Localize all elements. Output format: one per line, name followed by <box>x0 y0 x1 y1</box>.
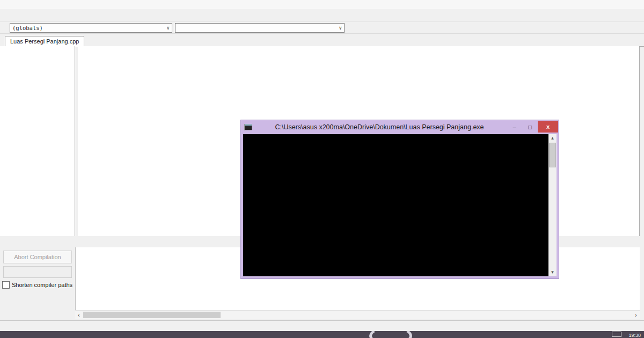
main-toolbar <box>0 8 644 22</box>
console-window[interactable]: C:\Users\asus x200ma\OneDrive\Dokumen\Lu… <box>240 120 559 279</box>
console-title: C:\Users\asus x200ma\OneDrive\Dokumen\Lu… <box>252 123 507 131</box>
editor-tabs: Luas Persegi Panjang.cpp <box>5 35 85 46</box>
member-select[interactable]: ∨ <box>175 23 345 33</box>
class-browser-select[interactable]: (globals) ∨ <box>10 23 172 33</box>
taskbar-decoration <box>369 331 412 338</box>
shorten-paths-label: Shorten compiler paths <box>12 282 72 288</box>
clock[interactable]: 19:30 <box>628 333 641 338</box>
console-titlebar[interactable]: C:\Users\asus x200ma\OneDrive\Dokumen\Lu… <box>241 120 559 134</box>
compile-controls: Abort Compilation Shorten compiler paths <box>0 247 75 320</box>
abort-compilation-button[interactable]: Abort Compilation <box>3 251 72 263</box>
status-bar <box>0 320 644 332</box>
class-browser-value: (globals) <box>12 25 165 31</box>
scroll-right-icon[interactable]: › <box>632 311 640 319</box>
windows-taskbar: 19:30 <box>0 331 644 338</box>
scrollbar-thumb[interactable] <box>83 312 221 318</box>
project-toolbar: (globals) ∨ ∨ <box>0 22 644 34</box>
scrollbar-thumb[interactable] <box>549 143 556 167</box>
shorten-paths-checkbox[interactable] <box>2 281 10 289</box>
compile-progress-bar <box>3 266 72 278</box>
devcpp-window: (globals) ∨ ∨ Luas Persegi Panjang.cpp A… <box>0 0 644 338</box>
maximize-button[interactable]: □ <box>522 122 538 133</box>
scroll-down-icon[interactable]: ▼ <box>548 268 557 276</box>
minimize-button[interactable]: – <box>507 122 522 133</box>
project-panel[interactable] <box>0 46 75 236</box>
tabs-row: Luas Persegi Panjang.cpp <box>0 34 644 47</box>
scroll-up-icon[interactable]: ▲ <box>548 134 557 142</box>
chevron-down-icon: ∨ <box>339 25 342 31</box>
console-output: ▲ ▼ <box>243 134 557 276</box>
console-scrollbar[interactable]: ▲ ▼ <box>548 134 557 276</box>
menu-bar <box>0 0 644 8</box>
compile-log-hscrollbar[interactable]: ‹ › <box>75 310 640 319</box>
scroll-left-icon[interactable]: ‹ <box>75 311 83 319</box>
chevron-down-icon: ∨ <box>167 25 170 31</box>
shorten-paths-option: Shorten compiler paths <box>2 281 72 289</box>
tab-luas-persegi-panjang-cpp[interactable]: Luas Persegi Panjang.cpp <box>5 36 84 47</box>
close-button[interactable]: x <box>538 121 558 133</box>
tray-icon[interactable] <box>612 332 621 337</box>
console-app-icon <box>244 124 252 130</box>
